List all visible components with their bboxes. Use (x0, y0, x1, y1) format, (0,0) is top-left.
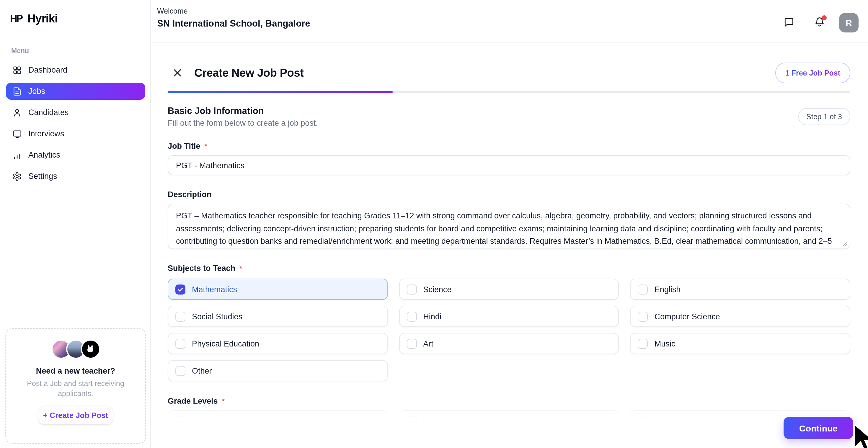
subject-option-mathematics[interactable]: Mathematics (168, 279, 388, 300)
notifications-bell-icon[interactable] (814, 17, 825, 27)
sidebar-item-label: Candidates (28, 108, 69, 117)
progress-bar (168, 91, 850, 93)
subject-option-music[interactable]: Music (630, 333, 850, 354)
school-name: SN International School, Bangalore (157, 18, 310, 29)
checkbox-checked-icon (175, 284, 185, 294)
description-text: PGT – Mathematics teacher responsible fo… (176, 211, 832, 249)
required-asterisk: * (240, 264, 242, 273)
user-avatar[interactable]: R (839, 13, 859, 32)
app-window: HP Hyriki Menu Dashboard Job (0, 0, 868, 448)
gear-icon (12, 171, 22, 181)
sidebar-item-label: Settings (28, 172, 57, 181)
section-subtitle: Fill out the form below to create a job … (168, 119, 318, 127)
sidebar-item-dashboard[interactable]: Dashboard (6, 61, 145, 78)
subject-option-english[interactable]: English (630, 279, 850, 300)
sidebar-item-settings[interactable]: Settings (6, 168, 145, 185)
dashboard-grid-icon (12, 65, 22, 75)
avatar-initial: R (845, 18, 852, 28)
page-title: Create New Job Post (194, 66, 304, 79)
promo-body: Post a Job and start receiving applicant… (25, 379, 126, 399)
sidebar-item-label: Dashboard (28, 66, 67, 74)
teacher-avatars (6, 340, 145, 359)
mouse-cursor (852, 424, 868, 448)
sidebar-item-label: Jobs (28, 87, 45, 96)
checkbox-icon (175, 366, 185, 376)
subjects-grid: Mathematics Science English Social Studi… (168, 279, 850, 381)
checkbox-icon (638, 311, 648, 321)
free-job-post-badge: 1 Free Job Post (775, 63, 850, 83)
checkbox-icon (407, 311, 416, 321)
monitor-icon (12, 129, 22, 138)
create-job-post-button[interactable]: + Create Job Post (38, 406, 113, 424)
checkbox-icon (407, 284, 416, 294)
promo-title: Need a new teacher? (6, 366, 145, 375)
bar-chart-icon (12, 150, 22, 160)
subject-option-other[interactable]: Other (168, 360, 388, 381)
sidebar-item-candidates[interactable]: Candidates (6, 104, 145, 121)
wizard-footer: Continue (151, 402, 868, 448)
subjects-label: Subjects to Teach * (168, 264, 850, 273)
subject-option-art[interactable]: Art (399, 333, 619, 354)
subject-option-physical-education[interactable]: Physical Education (168, 333, 388, 354)
brand-name: Hyriki (27, 12, 58, 25)
required-asterisk: * (205, 142, 207, 151)
sidebar-item-label: Interviews (28, 129, 64, 138)
brand-logo[interactable]: HP Hyriki (10, 12, 58, 25)
subject-option-social-studies[interactable]: Social Studies (168, 306, 388, 327)
continue-button[interactable]: Continue (783, 417, 853, 439)
create-job-post-panel: Create New Job Post 1 Free Job Post Basi… (151, 43, 868, 448)
progress-fill (168, 91, 393, 93)
brand-logo-mark-icon: HP (10, 13, 22, 25)
top-header: Welcome SN International School, Bangalo… (151, 0, 868, 43)
step-badge: Step 1 of 3 (798, 108, 850, 125)
rabbit-avatar-icon (81, 340, 100, 359)
description-label: Description (168, 190, 850, 199)
subject-option-science[interactable]: Science (399, 279, 619, 300)
sidebar-item-jobs[interactable]: Jobs (6, 83, 145, 100)
job-title-input[interactable] (168, 155, 850, 175)
sidebar-item-interviews[interactable]: Interviews (6, 125, 145, 142)
checkbox-icon (175, 339, 185, 349)
menu-section-label: Menu (11, 47, 29, 54)
job-title-label: Job Title * (168, 142, 850, 151)
checkbox-icon (407, 339, 416, 349)
document-icon (12, 87, 22, 96)
checkbox-icon (638, 339, 648, 349)
section-title: Basic Job Information (168, 106, 318, 116)
sidebar-item-analytics[interactable]: Analytics (6, 147, 145, 163)
sidebar: HP Hyriki Menu Dashboard Job (0, 0, 151, 448)
close-icon[interactable] (173, 68, 182, 77)
resize-handle-icon[interactable] (842, 242, 847, 247)
notification-dot (822, 15, 827, 20)
promo-card: Need a new teacher? Post a Job and start… (5, 328, 146, 444)
user-icon (12, 108, 22, 117)
description-textarea[interactable]: PGT – Mathematics teacher responsible fo… (168, 204, 850, 249)
sidebar-item-label: Analytics (28, 151, 60, 159)
chat-icon[interactable] (783, 17, 794, 28)
checkbox-icon (175, 311, 185, 321)
subject-option-computer-science[interactable]: Computer Science (630, 306, 850, 327)
welcome-label: Welcome (157, 7, 188, 15)
checkbox-icon (638, 284, 648, 294)
subject-option-hindi[interactable]: Hindi (399, 306, 619, 327)
sidebar-nav: Dashboard Jobs Candidates (6, 61, 145, 185)
